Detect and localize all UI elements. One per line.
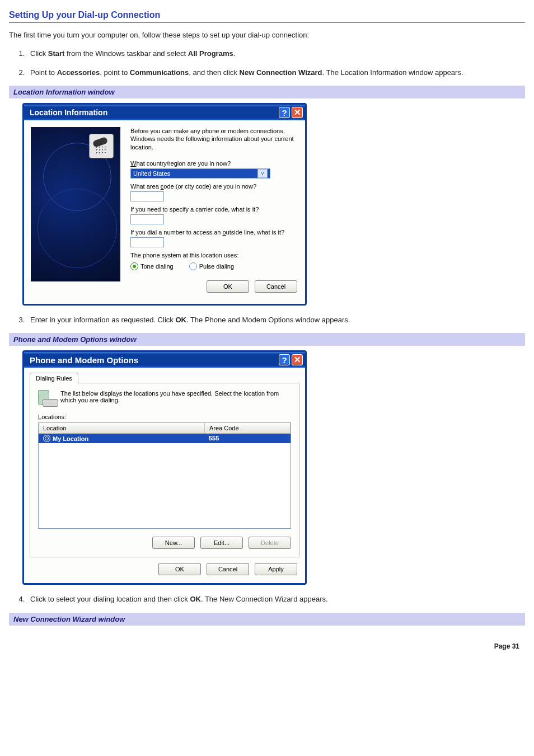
location-information-window: Location Information ? ✕ Before you can … bbox=[22, 103, 307, 306]
cancel-button[interactable]: Cancel bbox=[255, 280, 297, 293]
caption-phone-modem: Phone and Modem Options window bbox=[9, 333, 525, 346]
country-value: United States bbox=[133, 170, 170, 177]
phone-modem-window: Phone and Modem Options ? ✕ Dialing Rule… bbox=[22, 350, 307, 585]
column-location[interactable]: Location bbox=[39, 423, 205, 433]
locations-label: Locations: bbox=[38, 414, 291, 420]
list-header: Location Area Code bbox=[39, 423, 291, 434]
steps-list-cont2: Click to select your dialing location an… bbox=[25, 594, 525, 605]
help-button[interactable]: ? bbox=[279, 107, 290, 118]
country-dropdown[interactable]: United States v bbox=[130, 168, 270, 179]
delete-button[interactable]: Delete bbox=[249, 537, 291, 549]
titlebar: Phone and Modem Options ? ✕ bbox=[24, 352, 305, 368]
close-button[interactable]: ✕ bbox=[292, 107, 303, 118]
radio-unselected-icon bbox=[189, 262, 197, 270]
caption-location-info: Location Information window bbox=[9, 86, 525, 98]
steps-list-cont: Enter in your information as requested. … bbox=[25, 314, 525, 326]
caption-new-connection: New Connection Wizard window bbox=[9, 613, 525, 626]
location-marker-icon bbox=[43, 435, 50, 442]
section-heading: Setting Up your Dial-up Connection bbox=[9, 10, 525, 20]
apply-button[interactable]: Apply bbox=[255, 563, 297, 575]
carrier-code-label: If you need to specify a carrier code, w… bbox=[130, 206, 297, 213]
ok-button[interactable]: OK bbox=[158, 563, 201, 575]
step-1: Click Start from the Windows taskbar and… bbox=[27, 48, 525, 59]
step-3: Enter in your information as requested. … bbox=[27, 314, 525, 326]
chevron-down-icon: v bbox=[257, 169, 268, 178]
country-label: What country/region are you in now? bbox=[130, 160, 297, 167]
ok-button[interactable]: OK bbox=[207, 280, 249, 293]
location-name: My Location bbox=[53, 435, 88, 442]
carrier-code-input[interactable] bbox=[130, 214, 164, 224]
pulse-dialing-radio[interactable]: Pulse dialing bbox=[189, 262, 234, 270]
radio-selected-icon bbox=[130, 262, 138, 270]
dialog-description: Before you can make any phone or modem c… bbox=[130, 127, 297, 151]
globe-icon bbox=[38, 189, 117, 268]
close-icon: ✕ bbox=[294, 355, 301, 365]
tab-strip: Dialing Rules bbox=[24, 368, 305, 383]
phone-modem-icon bbox=[38, 390, 54, 407]
phone-system-label: The phone system at this location uses: bbox=[130, 252, 297, 259]
list-item[interactable]: My Location 555 bbox=[39, 434, 291, 443]
step-2: Point to Accessories, point to Communica… bbox=[27, 67, 525, 78]
location-area-code: 555 bbox=[204, 434, 291, 443]
tone-dialing-radio[interactable]: Tone dialing bbox=[130, 262, 174, 270]
intro-paragraph: The first time you turn your computer on… bbox=[9, 31, 525, 39]
column-area-code[interactable]: Area Code bbox=[205, 423, 291, 433]
sidebar-graphic bbox=[31, 127, 120, 281]
page-number: Page 31 bbox=[9, 642, 525, 650]
heading-separator bbox=[9, 22, 525, 23]
locations-listbox[interactable]: Location Area Code My Location 555 bbox=[38, 422, 291, 529]
help-icon: ? bbox=[282, 108, 287, 118]
area-code-input[interactable] bbox=[130, 191, 164, 201]
close-button[interactable]: ✕ bbox=[292, 354, 303, 365]
window-title: Phone and Modem Options bbox=[30, 355, 138, 365]
cancel-button[interactable]: Cancel bbox=[207, 563, 249, 575]
close-icon: ✕ bbox=[294, 107, 301, 118]
outside-line-input[interactable] bbox=[130, 237, 164, 247]
outside-line-label: If you dial a number to access an outsid… bbox=[130, 229, 297, 236]
help-button[interactable]: ? bbox=[279, 354, 290, 365]
tab-dialing-rules[interactable]: Dialing Rules bbox=[30, 373, 78, 383]
panel-description: The list below displays the locations yo… bbox=[60, 390, 291, 403]
help-icon: ? bbox=[282, 355, 287, 365]
step-4: Click to select your dialing location an… bbox=[27, 594, 525, 605]
window-title: Location Information bbox=[30, 108, 107, 117]
phone-icon bbox=[89, 134, 114, 158]
new-button[interactable]: New... bbox=[152, 537, 195, 549]
tab-panel: The list below displays the locations yo… bbox=[30, 383, 299, 557]
edit-button[interactable]: Edit... bbox=[200, 537, 243, 549]
steps-list: Click Start from the Windows taskbar and… bbox=[25, 48, 525, 78]
area-code-label: What area code (or city code) are you in… bbox=[130, 183, 297, 190]
titlebar: Location Information ? ✕ bbox=[24, 105, 305, 120]
